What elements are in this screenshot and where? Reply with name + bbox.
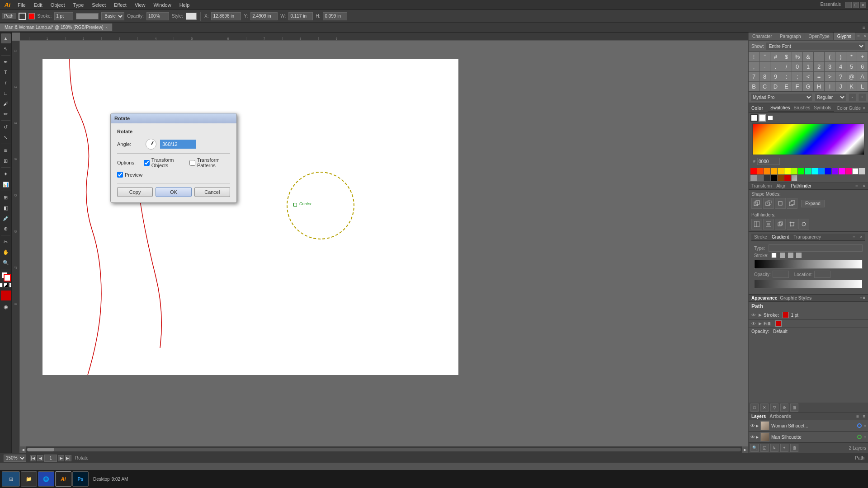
color-gradient-bar[interactable] bbox=[752, 123, 864, 155]
glyph-apos[interactable]: ' bbox=[814, 52, 825, 62]
tab-transparency[interactable]: Transparency bbox=[793, 235, 821, 239]
layer-item-man[interactable]: 👁 ▶ Man Silhouette ○ bbox=[749, 432, 868, 443]
first-artboard-btn[interactable]: |◀ bbox=[30, 455, 36, 461]
swatch-special[interactable] bbox=[791, 175, 797, 181]
new-art-style-btn[interactable]: □ bbox=[750, 404, 759, 412]
glyph-J[interactable]: J bbox=[835, 82, 846, 92]
glyph-8[interactable]: 8 bbox=[760, 72, 770, 82]
tab-opentype[interactable]: OpenType bbox=[805, 33, 834, 40]
start-button[interactable]: ⊞ bbox=[2, 471, 20, 487]
glyph-semicolon[interactable]: ; bbox=[792, 72, 803, 82]
fill-swatch-color[interactable] bbox=[750, 114, 758, 122]
transform-patterns-checkbox[interactable]: Transform Patterns bbox=[189, 157, 230, 168]
menu-window[interactable]: Window bbox=[150, 1, 175, 9]
glyph-4[interactable]: 4 bbox=[835, 62, 846, 72]
layer-man-color[interactable] bbox=[857, 435, 862, 439]
glyph-minus[interactable]: - bbox=[760, 62, 770, 72]
pathfinder-close[interactable]: × bbox=[863, 183, 865, 188]
menu-view[interactable]: View bbox=[131, 1, 149, 9]
taskbar-file-explorer[interactable]: 📁 bbox=[21, 471, 37, 487]
swatch-bright-yellow[interactable] bbox=[784, 168, 791, 174]
glyph-exclamation[interactable]: ! bbox=[749, 52, 760, 62]
swatch-red[interactable] bbox=[750, 168, 757, 174]
duplicate-item-btn[interactable]: ⊕ bbox=[780, 404, 788, 412]
tab-glyphs[interactable]: Glyphs bbox=[834, 33, 855, 40]
swatch-dark-red[interactable] bbox=[784, 175, 791, 181]
select-tool[interactable]: ▲ bbox=[1, 33, 11, 43]
swatch-medium-gray[interactable] bbox=[750, 175, 757, 181]
swatch-blue[interactable] bbox=[825, 168, 831, 174]
appearance-close[interactable]: × bbox=[863, 296, 865, 300]
swatch-violet[interactable] bbox=[832, 168, 838, 174]
swatch-brown[interactable] bbox=[778, 175, 784, 181]
glyph-7[interactable]: 7 bbox=[749, 72, 760, 82]
fill-visibility-eye[interactable]: 👁 bbox=[751, 321, 756, 326]
panel-options-btn[interactable]: ≡ bbox=[855, 33, 862, 40]
divide-btn[interactable] bbox=[751, 219, 762, 230]
gradient-tool[interactable]: ◧ bbox=[1, 203, 11, 213]
doc-tab-close[interactable]: × bbox=[105, 25, 108, 30]
glyph-slash[interactable]: / bbox=[781, 62, 792, 72]
swatch-green[interactable] bbox=[798, 168, 804, 174]
make-clipping-mask-btn[interactable]: ◱ bbox=[760, 444, 769, 452]
menu-type[interactable]: Type bbox=[70, 1, 88, 9]
stroke-btn-2[interactable] bbox=[788, 253, 793, 258]
glyph-C[interactable]: C bbox=[760, 82, 770, 92]
x-input[interactable] bbox=[211, 12, 241, 20]
glyph-eq[interactable]: = bbox=[814, 72, 825, 82]
glyph-E[interactable]: E bbox=[781, 82, 792, 92]
angle-input[interactable] bbox=[160, 140, 196, 149]
document-tab[interactable]: Man & Woman Lamp.ai* @ 150% (RGB/Preview… bbox=[0, 23, 113, 31]
warp-tool[interactable]: ≋ bbox=[1, 145, 11, 155]
color-guide-tab[interactable]: Color Guide bbox=[837, 106, 861, 111]
menu-help[interactable]: Help bbox=[176, 1, 193, 9]
gradient-mode-btn[interactable] bbox=[4, 283, 8, 287]
delete-item-btn[interactable]: 🗑 bbox=[790, 404, 798, 412]
glyph-1[interactable]: 1 bbox=[803, 62, 814, 72]
scissors-tool[interactable]: ✂ bbox=[1, 237, 11, 247]
show-select[interactable]: Entire Font bbox=[766, 42, 865, 50]
glyph-colon[interactable]: : bbox=[781, 72, 792, 82]
draw-mode-btn[interactable]: ◉ bbox=[1, 302, 11, 312]
layer-man-expand[interactable]: ▶ bbox=[756, 435, 759, 439]
scroll-left-btn[interactable]: ◀ bbox=[20, 446, 26, 453]
opacity-input[interactable] bbox=[146, 12, 169, 20]
next-artboard-btn[interactable]: ▶ bbox=[58, 455, 64, 461]
layer-woman-lock[interactable]: ○ bbox=[863, 423, 866, 428]
cancel-button[interactable]: Cancel bbox=[194, 187, 230, 197]
line-tool[interactable]: / bbox=[1, 78, 11, 88]
scrollbar-track[interactable] bbox=[27, 448, 741, 451]
delete-layer-btn[interactable]: 🗑 bbox=[790, 444, 798, 452]
intersect-btn[interactable] bbox=[775, 198, 786, 209]
tab-layers[interactable]: Layers bbox=[751, 414, 766, 419]
glyph-plus[interactable]: + bbox=[857, 52, 868, 62]
glyph-5[interactable]: 5 bbox=[846, 62, 857, 72]
copy-button[interactable]: Copy bbox=[117, 187, 153, 197]
swatch-azure[interactable] bbox=[818, 168, 825, 174]
gradient-preview-bar[interactable] bbox=[754, 280, 863, 289]
swatch-rose[interactable] bbox=[845, 168, 852, 174]
glyph-A[interactable]: A bbox=[857, 72, 868, 82]
gradient-close[interactable]: × bbox=[860, 235, 863, 239]
glyph-F[interactable]: F bbox=[792, 82, 803, 92]
glyph-rparen[interactable]: ) bbox=[835, 52, 846, 62]
stroke-color-appearance[interactable] bbox=[783, 312, 789, 318]
glyph-G[interactable]: G bbox=[803, 82, 814, 92]
glyph-star[interactable]: * bbox=[846, 52, 857, 62]
stroke-swatch-color[interactable] bbox=[759, 114, 766, 122]
outline-btn[interactable] bbox=[798, 219, 809, 230]
glyph-amp[interactable]: & bbox=[803, 52, 814, 62]
glyph-period[interactable]: . bbox=[770, 62, 781, 72]
font-style-select[interactable]: Regular bbox=[815, 93, 846, 101]
glyph-hash[interactable]: # bbox=[770, 52, 781, 62]
swatch-cyan[interactable] bbox=[811, 168, 818, 174]
glyph-3[interactable]: 3 bbox=[825, 62, 835, 72]
stroke-visibility-eye[interactable]: 👁 bbox=[751, 313, 756, 318]
scale-tool[interactable]: ⤡ bbox=[1, 132, 11, 142]
unite-btn[interactable] bbox=[751, 198, 762, 209]
type-tool[interactable]: T bbox=[1, 67, 11, 77]
gradient-bar[interactable] bbox=[754, 260, 863, 269]
glyph-percent[interactable]: % bbox=[792, 52, 803, 62]
reduce-to-basic-btn[interactable]: ▽ bbox=[770, 404, 778, 412]
stroke-color-swatch[interactable] bbox=[771, 253, 777, 258]
